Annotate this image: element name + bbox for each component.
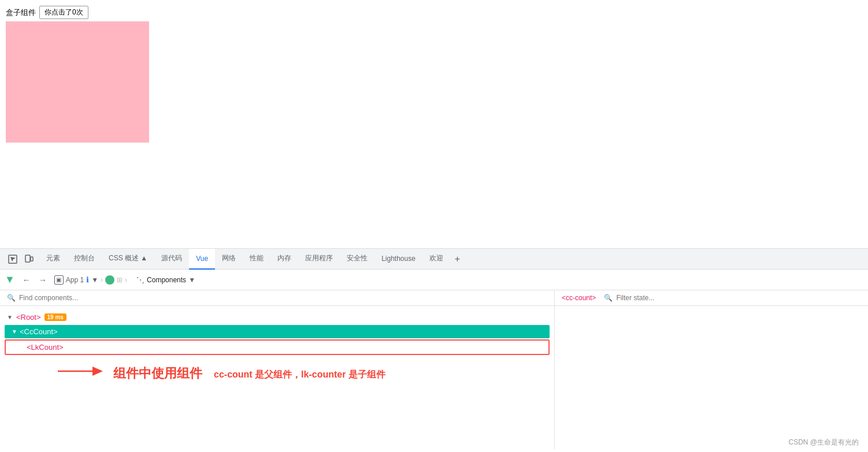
- svg-marker-4: [92, 367, 103, 376]
- tab-application[interactable]: 应用程序: [298, 249, 340, 270]
- right-panel: <cc-count> 🔍: [555, 290, 868, 449]
- green-circle-icon: [105, 275, 114, 285]
- components-button[interactable]: ⋱ Components ▼: [132, 273, 200, 287]
- search-bar: 🔍: [0, 290, 554, 306]
- box-label: 盒子组件: [6, 8, 36, 18]
- breadcrumb-separator-2: ⊞: [117, 276, 123, 284]
- pink-box: [6, 21, 149, 143]
- cccount-label: <CcCount>: [20, 327, 58, 336]
- component-tree-icon: ⋱: [136, 275, 144, 285]
- tab-security[interactable]: 安全性: [340, 249, 374, 270]
- back-button[interactable]: ←: [20, 273, 34, 287]
- tree-item-lkcount[interactable]: <LkCount>: [5, 339, 550, 355]
- tab-performance[interactable]: 性能: [243, 249, 270, 270]
- svg-rect-1: [25, 255, 30, 262]
- annotation-sub-text: cc-count 是父组件，lk-counter 是子组件: [214, 369, 385, 381]
- device-toolbar-icon[interactable]: [21, 251, 37, 267]
- root-triangle-icon: ▼: [7, 314, 13, 320]
- cccount-triangle-icon: ▼: [12, 328, 17, 335]
- annotation-main-text: 组件中使用组件: [113, 365, 202, 382]
- component-tree: ▼ <Root> 19 ms ▼ <CcCount> <LkCount>: [0, 306, 554, 449]
- annotation-row: 组件中使用组件 cc-count 是父组件，lk-counter 是子组件: [58, 360, 554, 387]
- tab-css[interactable]: CSS 概述 ▲: [102, 249, 154, 270]
- forward-button[interactable]: →: [36, 273, 50, 287]
- svg-rect-2: [31, 257, 33, 261]
- tab-source[interactable]: 源代码: [154, 249, 189, 270]
- lkcount-label: <LkCount>: [27, 343, 64, 352]
- vue-devtools-secondary-bar: ▼ ← → ▣ App 1 ℹ ▼ › ⊞ › ⋱ Components ▼: [0, 270, 868, 290]
- filter-state-input[interactable]: [616, 294, 703, 302]
- tree-root-row[interactable]: ▼ <Root> 19 ms: [0, 311, 554, 324]
- search-icon: 🔍: [7, 294, 16, 302]
- tab-console[interactable]: 控制台: [67, 249, 102, 270]
- root-ms-badge: 19 ms: [44, 313, 66, 321]
- csdn-footer: CSDN @生命是有光的: [788, 438, 859, 447]
- vue-logo: ▼: [5, 274, 15, 286]
- app-viewport: 盒子组件 你点击了0次: [0, 0, 868, 248]
- right-search-bar: <cc-count> 🔍: [555, 290, 868, 306]
- red-arrow-icon: [58, 360, 104, 387]
- tab-add-button[interactable]: +: [450, 249, 465, 270]
- tab-network[interactable]: 网络: [215, 249, 243, 270]
- page-icon: ▣: [54, 275, 64, 285]
- selected-component-label: <cc-count>: [562, 294, 596, 302]
- breadcrumb-app-label: App 1: [66, 276, 84, 284]
- tab-element[interactable]: 元素: [39, 249, 67, 270]
- tab-memory[interactable]: 内存: [270, 249, 298, 270]
- annotation-text-block: 组件中使用组件 cc-count 是父组件，lk-counter 是子组件: [113, 365, 385, 382]
- dropdown-icon[interactable]: ▼: [91, 276, 98, 284]
- left-panel: 🔍 ▼ <Root> 19 ms ▼ <CcCount> <LkCo: [0, 290, 555, 449]
- breadcrumb-separator-1: ›: [101, 276, 103, 284]
- devtools-container: 元素 控制台 CSS 概述 ▲ 源代码 Vue 网络 性能 内存: [0, 248, 868, 449]
- click-button[interactable]: 你点击了0次: [39, 6, 88, 19]
- info-icon: ℹ: [86, 275, 89, 284]
- tab-welcome[interactable]: 欢迎: [422, 249, 450, 270]
- tab-vue[interactable]: Vue: [189, 249, 215, 270]
- devtools-main-content: 🔍 ▼ <Root> 19 ms ▼ <CcCount> <LkCo: [0, 290, 868, 449]
- root-label: <Root>: [16, 313, 41, 322]
- breadcrumb-page-icon: ▣: [54, 275, 64, 285]
- components-dropdown-icon: ▼: [188, 276, 195, 284]
- breadcrumb-separator-3: ›: [125, 276, 127, 284]
- csdn-label: CSDN @生命是有光的: [788, 438, 859, 446]
- tab-lighthouse[interactable]: Lighthouse: [374, 249, 422, 270]
- breadcrumb: ▣ App 1 ℹ ▼ › ⊞ ›: [54, 275, 127, 285]
- devtools-tabs-bar: 元素 控制台 CSS 概述 ▲ 源代码 Vue 网络 性能 内存: [0, 249, 868, 270]
- search-input[interactable]: [19, 294, 547, 302]
- components-label: Components: [147, 276, 186, 284]
- box-header: 盒子组件 你点击了0次: [6, 6, 88, 19]
- filter-icon: 🔍: [604, 294, 613, 302]
- inspect-element-icon[interactable]: [5, 251, 21, 267]
- tree-item-cccount[interactable]: ▼ <CcCount>: [5, 325, 550, 338]
- box-component-wrapper: 盒子组件 你点击了0次: [6, 6, 149, 143]
- tab-items: 元素 控制台 CSS 概述 ▲ 源代码 Vue 网络 性能 内存: [39, 249, 863, 269]
